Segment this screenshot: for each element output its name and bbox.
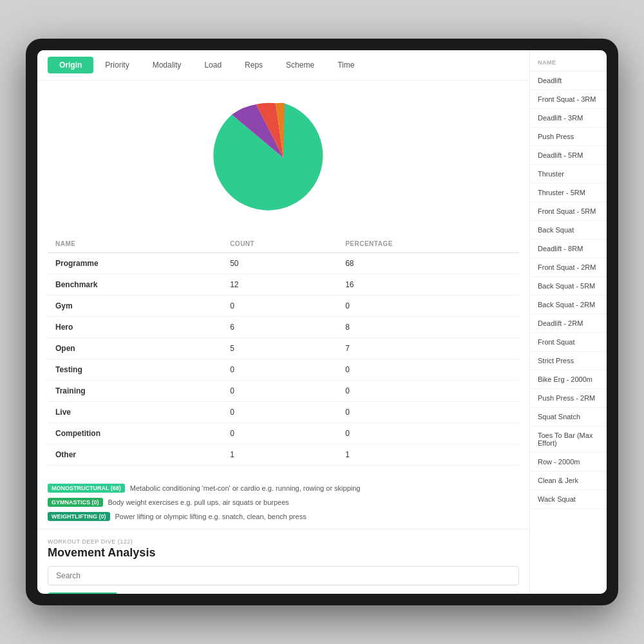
cell-percentage: 0 [337, 423, 519, 444]
sidebar-item[interactable]: Deadlift - 5RM [530, 146, 607, 165]
cell-name: Hero [48, 317, 222, 338]
sidebar-item[interactable]: Thruster [530, 165, 607, 184]
movement-tab-movements[interactable]: Movements [48, 592, 117, 594]
legend-desc-weight: Power lifting or olympic lifting e.g. sn… [115, 513, 307, 520]
col-count: COUNT [222, 235, 337, 253]
cell-count: 0 [222, 359, 337, 381]
legend-desc-gym: Body weight exercises e.g. pull ups, air… [108, 498, 289, 506]
movement-tabs: Movements Modalities Equipment [48, 592, 519, 594]
legend-desc-mono: Metabolic conditioning 'met-con' or card… [130, 484, 361, 492]
col-percentage: PERCENTAGE [337, 235, 519, 253]
cell-name: Programme [48, 253, 222, 274]
table-row: Training 0 0 [48, 381, 519, 402]
cell-percentage: 68 [337, 253, 519, 274]
table-row: Open 5 7 [48, 338, 519, 359]
cell-percentage: 0 [337, 402, 519, 423]
device-frame: Origin Priority Modality Load Reps Schem… [26, 39, 618, 605]
cell-name: Gym [48, 296, 222, 317]
sidebar-item[interactable]: Push Press [530, 128, 607, 146]
movement-subtitle: WORKOUT DEEP DIVE (122) [48, 538, 519, 545]
badge-gym: GYMNASTICS (0) [48, 498, 103, 507]
table-row: Programme 50 68 [48, 253, 519, 274]
cell-name: Benchmark [48, 274, 222, 296]
cell-count: 0 [222, 381, 337, 402]
cell-name: Other [48, 444, 222, 466]
movement-section: WORKOUT DEEP DIVE (122) Movement Analysi… [37, 529, 529, 594]
tab-modality[interactable]: Modality [141, 57, 193, 73]
movement-tab-modalities[interactable]: Modalities [117, 592, 177, 594]
badge-weight: WEIGHTLIFTING (0) [48, 512, 110, 521]
sidebar-item[interactable]: Toes To Bar (Max Effort) [530, 426, 607, 453]
sidebar-item[interactable]: Front Squat [530, 333, 607, 352]
sidebar-item[interactable]: Squat Snatch [530, 408, 607, 426]
sidebar-item[interactable]: Back Squat - 5RM [530, 277, 607, 296]
cell-percentage: 0 [337, 359, 519, 381]
movement-title: Movement Analysis [48, 546, 519, 560]
cell-count: 1 [222, 444, 337, 466]
sidebar-item[interactable]: Clean & Jerk [530, 471, 607, 490]
tab-reps[interactable]: Reps [233, 57, 274, 73]
sidebar-item[interactable]: Bike Erg - 2000m [530, 370, 607, 389]
pie-chart [180, 93, 386, 222]
sidebar-item[interactable]: Front Squat - 2RM [530, 258, 607, 277]
sidebar-item[interactable]: Wack Squat [530, 490, 607, 509]
tab-scheme[interactable]: Scheme [274, 57, 326, 73]
tab-load[interactable]: Load [193, 57, 233, 73]
sidebar-item[interactable]: Row - 2000m [530, 453, 607, 471]
table-row: Live 0 0 [48, 402, 519, 423]
sidebar-header: NAME [530, 55, 607, 71]
sidebar-item[interactable]: Strict Press [530, 352, 607, 370]
tab-priority[interactable]: Priority [93, 57, 140, 73]
sidebar-item[interactable]: Deadlift - 3RM [530, 109, 607, 128]
cell-count: 0 [222, 423, 337, 444]
sidebar-item[interactable]: Push Press - 2RM [530, 389, 607, 408]
main-content: Origin Priority Modality Load Reps Schem… [37, 50, 529, 594]
movement-search-row [48, 566, 519, 585]
col-name: NAME [48, 235, 222, 253]
table-row: Testing 0 0 [48, 359, 519, 381]
cell-percentage: 8 [337, 317, 519, 338]
cell-name: Open [48, 338, 222, 359]
movement-search-input[interactable] [48, 566, 519, 585]
cell-name: Training [48, 381, 222, 402]
table-row: Other 1 1 [48, 444, 519, 466]
data-table-section: NAME COUNT PERCENTAGE Programme 50 68 Be… [37, 235, 529, 476]
cell-count: 12 [222, 274, 337, 296]
badge-mono: MONOSTRUCTURAL (68) [48, 484, 125, 493]
sidebar-item[interactable]: Deadlift - 2RM [530, 314, 607, 333]
sidebar-item[interactable]: Thruster - 5RM [530, 184, 607, 202]
tabs-row: Origin Priority Modality Load Reps Schem… [37, 50, 529, 80]
right-sidebar: NAME DeadliftFront Squat - 3RMDeadlift -… [529, 50, 607, 594]
cell-count: 0 [222, 296, 337, 317]
cell-percentage: 1 [337, 444, 519, 466]
sidebar-item[interactable]: Deadlift - 8RM [530, 240, 607, 258]
cell-name: Testing [48, 359, 222, 381]
cell-name: Competition [48, 423, 222, 444]
legend-item-weight: WEIGHTLIFTING (0) Power lifting or olymp… [48, 512, 519, 521]
sidebar-item[interactable]: Front Squat - 3RM [530, 90, 607, 109]
table-row: Hero 6 8 [48, 317, 519, 338]
sidebar-items-container: DeadliftFront Squat - 3RMDeadlift - 3RMP… [530, 71, 607, 509]
cell-count: 5 [222, 338, 337, 359]
legend-area: MONOSTRUCTURAL (68) Metabolic conditioni… [37, 476, 529, 529]
legend-item-gym: GYMNASTICS (0) Body weight exercises e.g… [48, 498, 519, 507]
table-row: Competition 0 0 [48, 423, 519, 444]
cell-percentage: 0 [337, 381, 519, 402]
cell-percentage: 7 [337, 338, 519, 359]
legend-item-mono: MONOSTRUCTURAL (68) Metabolic conditioni… [48, 484, 519, 493]
cell-count: 50 [222, 253, 337, 274]
table-row: Gym 0 0 [48, 296, 519, 317]
cell-percentage: 16 [337, 274, 519, 296]
cell-percentage: 0 [337, 296, 519, 317]
sidebar-item[interactable]: Back Squat [530, 221, 607, 240]
tab-origin[interactable]: Origin [48, 57, 93, 73]
data-table: NAME COUNT PERCENTAGE Programme 50 68 Be… [48, 235, 519, 466]
movement-tab-equipment[interactable]: Equipment [177, 592, 240, 594]
sidebar-item[interactable]: Back Squat - 2RM [530, 296, 607, 314]
sidebar-item[interactable]: Deadlift [530, 71, 607, 90]
cell-name: Live [48, 402, 222, 423]
cell-count: 6 [222, 317, 337, 338]
tab-time[interactable]: Time [326, 57, 366, 73]
sidebar-item[interactable]: Front Squat - 5RM [530, 202, 607, 221]
chart-area [37, 80, 529, 235]
